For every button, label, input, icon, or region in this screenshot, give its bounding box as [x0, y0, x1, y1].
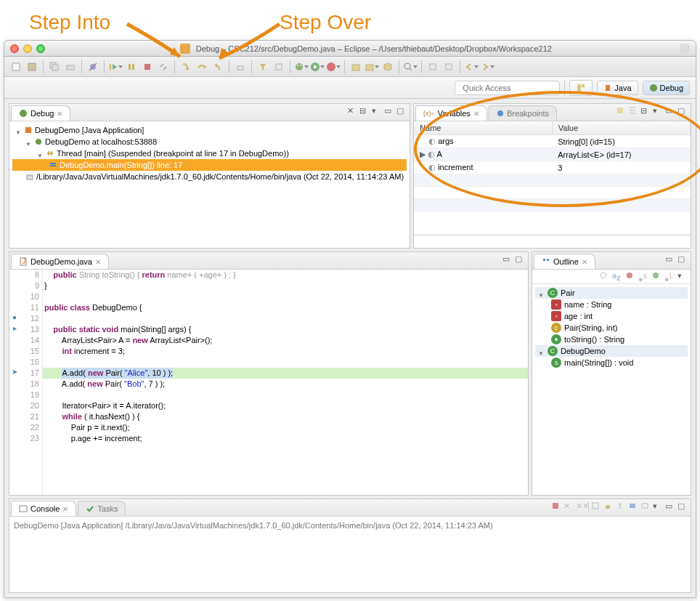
new-package-button[interactable] [349, 60, 363, 74]
sort-icon[interactable]: az [612, 271, 622, 281]
scroll-lock-icon[interactable] [603, 501, 614, 512]
close-button[interactable] [10, 44, 19, 53]
outline-row[interactable]: ▫name : String [535, 299, 688, 310]
maximize-icon[interactable]: ▢ [677, 501, 688, 512]
tree-row-frame[interactable]: DebugDemo.main(String[]) line: 17 [12, 159, 407, 171]
hide-nonpublic-icon[interactable] [651, 271, 662, 281]
console-tab[interactable]: Console ✕ [11, 501, 76, 516]
maximize-icon[interactable]: ▢ [677, 106, 688, 116]
remove-all-icon[interactable]: ✕✕ [576, 501, 586, 512]
maximize-icon[interactable]: ▢ [677, 254, 688, 265]
remove-launch-icon[interactable]: ✕ [563, 501, 574, 512]
debug-tab[interactable]: Debug ✕ [11, 105, 70, 121]
tree-row-app[interactable]: DebugDemo [Java Application] [12, 124, 407, 136]
close-icon[interactable]: ✕ [473, 110, 479, 118]
marker-column[interactable]: ● ▸ ➤ [9, 270, 20, 495]
remove-icon[interactable]: ✕ [347, 106, 357, 116]
close-icon[interactable]: ✕ [62, 505, 68, 513]
open-perspective-button[interactable] [569, 80, 593, 96]
outline-row[interactable]: ●toString() : String [535, 334, 688, 345]
var-row[interactable]: ◐ increment3 [414, 161, 690, 174]
save-button[interactable] [25, 60, 39, 74]
ext-tools-dropdown[interactable] [326, 60, 341, 74]
view-menu-icon[interactable]: ▾ [653, 106, 663, 116]
outline-row[interactable]: cPair(String, int) [535, 322, 688, 334]
code-editor[interactable]: ● ▸ ➤ 8 9 10 11 12 13 14 15 16 [9, 270, 528, 495]
editor-tab[interactable]: J DebugDemo.java ✕ [11, 254, 109, 269]
toggle-mark-button[interactable] [426, 60, 440, 74]
outline-row[interactable]: CPair [535, 287, 688, 299]
minimize-icon[interactable]: ▭ [502, 254, 513, 265]
close-icon[interactable]: ✕ [57, 110, 62, 118]
hide-fields-icon[interactable] [625, 271, 635, 281]
outline-tree[interactable]: CPair ▫name : String ▫age : int cPair(St… [532, 284, 691, 495]
pin-console-icon[interactable] [616, 501, 626, 512]
quick-access-input[interactable] [455, 81, 560, 95]
col-name[interactable]: Name [414, 121, 552, 135]
open-console-icon[interactable] [640, 501, 651, 512]
hide-local-icon[interactable]: ●L [664, 271, 675, 281]
var-row[interactable]: ◐ argsString[0] (id=15) [414, 135, 690, 148]
minimize-icon[interactable]: ▭ [665, 254, 675, 265]
tree-row-process[interactable]: /Library/Java/JavaVirtualMachines/jdk1.7… [12, 171, 407, 182]
debug-perspective-button[interactable]: Debug [643, 81, 690, 95]
new-class-button[interactable] [365, 60, 379, 74]
tree-row-thread[interactable]: Thread [main] (Suspended (breakpoint at … [12, 148, 407, 159]
variable-detail-pane[interactable] [414, 235, 691, 248]
focus-icon[interactable] [599, 271, 609, 281]
svg-rect-37 [543, 259, 545, 261]
view-menu-icon[interactable]: ▾ [653, 501, 663, 512]
close-icon[interactable]: ✕ [582, 258, 587, 266]
tree-row-target[interactable]: DebugDemo at localhost:53888 [12, 136, 407, 148]
minimize-icon[interactable]: ▭ [384, 106, 394, 116]
step-over-button[interactable] [195, 60, 209, 74]
hide-static-icon[interactable]: ●s [638, 271, 648, 281]
view-menu-icon[interactable]: ▾ [372, 106, 382, 116]
outline-row[interactable]: smain(String[]) : void [535, 357, 688, 368]
forward-button[interactable] [480, 60, 495, 74]
document-icon[interactable] [680, 44, 690, 54]
display-console-icon[interactable] [628, 501, 638, 512]
java-perspective-button[interactable]: Java [597, 81, 638, 95]
maximize-button[interactable] [36, 44, 45, 53]
search-button[interactable] [403, 60, 418, 74]
outline-row[interactable]: ▫age : int [535, 310, 688, 322]
variables-table[interactable]: Name Value ◐ argsString[0] (id=15) ▶ ◐ A… [414, 121, 691, 235]
clear-console-icon[interactable] [591, 501, 601, 512]
run-dropdown[interactable] [310, 60, 325, 74]
new-button[interactable] [9, 60, 23, 74]
annotation-nav-button[interactable] [441, 60, 456, 74]
back-button[interactable] [464, 60, 479, 74]
debug-dropdown[interactable] [294, 60, 309, 74]
console-body[interactable]: DebugDemo [Java Application] /Library/Ja… [9, 517, 691, 592]
outline-tab[interactable]: Outline ✕ [534, 254, 595, 269]
breakpoints-tab[interactable]: Breakpoints [489, 105, 557, 121]
open-type-button[interactable] [380, 60, 395, 74]
close-icon[interactable]: ✕ [95, 258, 101, 266]
logical-struct-icon[interactable] [628, 106, 638, 116]
tasks-tab[interactable]: Tasks [78, 501, 126, 516]
terminate-icon[interactable] [551, 501, 561, 512]
maximize-icon[interactable]: ▢ [515, 254, 525, 265]
collapse-icon[interactable]: ⊟ [640, 106, 651, 116]
minimize-icon[interactable]: ▭ [665, 501, 675, 512]
debug-tree[interactable]: DebugDemo [Java Application] DebugDemo a… [9, 121, 410, 248]
minimize-icon[interactable]: ▭ [665, 106, 675, 116]
minimize-button[interactable] [23, 44, 32, 53]
collapse-icon[interactable]: ⊟ [359, 106, 370, 116]
maximize-icon[interactable]: ▢ [396, 106, 407, 116]
show-type-icon[interactable] [616, 106, 626, 116]
fold-marker[interactable]: ▸ [9, 324, 20, 335]
skip-breakpoints-button[interactable] [86, 60, 100, 74]
save-all-button[interactable] [47, 60, 62, 74]
outline-row[interactable]: CDebugDemo [535, 345, 688, 357]
print-button[interactable] [63, 60, 78, 74]
line-number-gutter[interactable]: 8 9 10 11 12 13 14 15 16 17 18 19 20 21 [20, 270, 43, 495]
variables-tab[interactable]: (x)= Variables ✕ [415, 105, 487, 121]
code-body[interactable]: public String toString() { return name+ … [43, 270, 528, 495]
breakpoint-marker[interactable]: ● [9, 313, 20, 324]
var-row[interactable]: ▶ ◐ AArrayList<E> (id=17) [414, 148, 690, 161]
view-menu-icon[interactable]: ▾ [677, 271, 688, 281]
col-value[interactable]: Value [552, 121, 690, 135]
resume-button[interactable] [108, 60, 123, 74]
